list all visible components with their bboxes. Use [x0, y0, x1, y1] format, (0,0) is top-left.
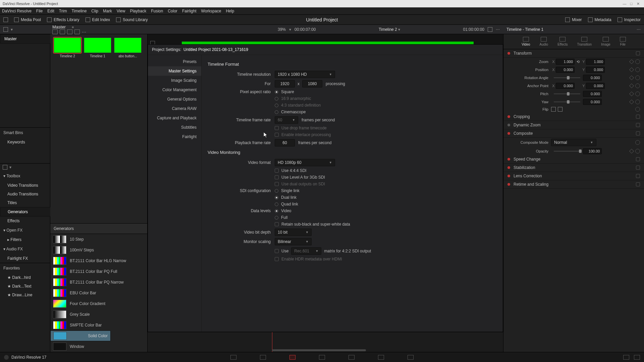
timeline-resolution-select[interactable]: 644 x 362 HD▼ [275, 71, 335, 78]
viewer-opt-icon[interactable] [488, 27, 492, 32]
video-format-select[interactable]: HD 1080p 60▼ [275, 159, 335, 166]
page-cut-icon[interactable] [260, 355, 266, 360]
section-lens[interactable]: Lens Correction [503, 172, 644, 180]
bitdepth-select[interactable]: 10 bit▼ [275, 229, 312, 236]
maximize-button[interactable]: □ [628, 2, 635, 6]
view-strip-icon[interactable] [67, 29, 72, 34]
sound-library-button[interactable]: Sound Library [116, 17, 148, 22]
generator-item[interactable]: Four Color Gradient [50, 298, 147, 309]
sdi-quad-radio[interactable] [275, 202, 278, 206]
layout-icon[interactable] [3, 17, 8, 22]
use-matrix-check[interactable] [275, 249, 279, 253]
edit-index-button[interactable]: Edit Index [86, 17, 110, 22]
generator-item[interactable]: BT.2111 Color Bar PQ Narrow [50, 277, 147, 288]
pool-view-icon[interactable] [3, 27, 8, 32]
pos-x-input[interactable]: 0.000 [556, 67, 575, 73]
pitch-input[interactable]: 0.000 [583, 91, 602, 97]
favorite-item[interactable]: ★ Dark...Text [0, 282, 50, 291]
favorite-item[interactable]: ★ Draw...Line [0, 291, 50, 299]
generator-item[interactable]: 100mV Steps [50, 245, 147, 255]
toolbox-titles[interactable]: Titles [0, 198, 50, 207]
section-stabilization[interactable]: Stabilization [503, 164, 644, 172]
yaw-slider[interactable] [554, 102, 580, 102]
opacity-input[interactable]: 100.00 [583, 148, 602, 154]
section-composite[interactable]: Composite [503, 129, 644, 138]
settings-tab-presets[interactable]: Presets [148, 57, 201, 66]
page-deliver-icon[interactable] [408, 355, 414, 360]
playhead[interactable] [272, 332, 272, 352]
zoom-level[interactable]: 39% [278, 27, 286, 32]
generator-item[interactable]: Solid Color [50, 330, 111, 341]
use444-check[interactable] [275, 169, 279, 173]
generator-item[interactable]: Window [50, 341, 147, 352]
settings-tab-subtitles[interactable]: Subtitles [148, 123, 201, 132]
settings-tab-master-settings[interactable]: Master Settings [148, 66, 201, 76]
pos-y-input[interactable]: 0.000 [586, 67, 605, 73]
filters-item[interactable]: ▸ Filters [0, 235, 50, 244]
monitor-scaling-select[interactable]: Bilinear▼ [275, 238, 312, 245]
par-cinema-radio[interactable] [275, 110, 278, 114]
levela-check[interactable] [275, 175, 279, 179]
page-fusion-icon[interactable] [319, 355, 325, 360]
menu-mark[interactable]: Mark [103, 9, 112, 13]
playback-fps-input[interactable]: 60 [275, 139, 295, 146]
opacity-slider[interactable] [554, 151, 580, 152]
clip-thumb[interactable] [54, 38, 81, 53]
toolbox-effects[interactable]: Effects [0, 217, 50, 225]
settings-tab-image-scaling[interactable]: Image Scaling [148, 76, 201, 85]
close-button[interactable]: ✕ [635, 2, 641, 6]
mixer-button[interactable]: Mixer [565, 17, 582, 22]
pitch-slider[interactable] [554, 94, 580, 94]
generator-item[interactable]: BT.2111 Color Bar PQ Full [50, 266, 147, 277]
inspector-button[interactable]: Inspector [618, 17, 641, 22]
generator-item[interactable]: BT.2111 Color Bar HLG Narrow [50, 255, 147, 266]
rotation-input[interactable]: 0.000 [583, 75, 602, 81]
keyframe-icon[interactable] [629, 59, 634, 64]
page-edit-icon[interactable] [289, 355, 296, 360]
menu-help[interactable]: Help [226, 9, 234, 13]
home-icon[interactable] [623, 355, 629, 360]
sdi-single-radio[interactable] [275, 189, 278, 193]
inspector-tab-file[interactable]: File [620, 37, 626, 46]
settings-tab-fairlight[interactable]: Fairlight [148, 132, 201, 141]
generator-item[interactable]: SMPTE Color Bar [50, 320, 147, 330]
audiofx-header[interactable]: ▾ Audio FX [0, 244, 50, 254]
zoom-y-input[interactable]: 1.000 [586, 59, 605, 65]
dl-full-radio[interactable] [275, 216, 278, 220]
settings-tab-general-options[interactable]: General Options [148, 95, 201, 104]
inspector-tab-image[interactable]: Image [601, 37, 610, 46]
anchor-x-input[interactable]: 0.000 [556, 83, 575, 89]
retain-check[interactable] [275, 222, 279, 226]
section-transform[interactable]: Transform [503, 49, 644, 58]
toolbox-video-transitions[interactable]: Video Transitions [0, 181, 50, 190]
generator-item[interactable]: Grey Scale [50, 309, 147, 320]
menu-timeline[interactable]: Timeline [71, 9, 87, 13]
yaw-input[interactable]: 0.000 [583, 99, 602, 105]
res-height-input[interactable]: 1080 [302, 80, 322, 87]
smartbin-keywords[interactable]: Keywords [0, 138, 50, 146]
view-thumb-icon[interactable] [52, 29, 58, 34]
toolbox-audio-transitions[interactable]: Audio Transitions [0, 190, 50, 198]
inspector-tab-audio[interactable]: Audio [540, 37, 548, 46]
menu-fairlight[interactable]: Fairlight [182, 9, 197, 13]
flip-h-icon[interactable] [551, 107, 556, 112]
menu-trim[interactable]: Trim [59, 9, 67, 13]
clip-thumb[interactable] [84, 38, 111, 53]
zoom-x-input[interactable]: 1.000 [556, 59, 575, 65]
reset-icon[interactable] [635, 59, 640, 64]
rotation-slider[interactable] [554, 77, 580, 78]
search-icon[interactable] [74, 29, 80, 34]
page-color-icon[interactable] [348, 355, 355, 360]
section-retime[interactable]: Retime and Scaling [503, 180, 644, 189]
toolbox-header[interactable]: ▾ Toolbox [0, 171, 50, 181]
menu-edit[interactable]: Edit [47, 9, 54, 13]
metadata-button[interactable]: Metadata [588, 17, 611, 22]
section-dynamic-zoom[interactable]: Dynamic Zoom [503, 121, 644, 129]
viewer-clip-name[interactable]: Timeline 2 [379, 27, 397, 32]
menu-workspace[interactable]: Workspace [201, 9, 221, 13]
flip-v-icon[interactable] [558, 107, 562, 112]
inspector-tab-transition[interactable]: Transition [577, 37, 592, 46]
sdi-dual-radio[interactable] [275, 196, 278, 199]
view-list-icon[interactable] [60, 29, 65, 34]
settings-tab-camera-raw[interactable]: Camera RAW [148, 104, 201, 113]
